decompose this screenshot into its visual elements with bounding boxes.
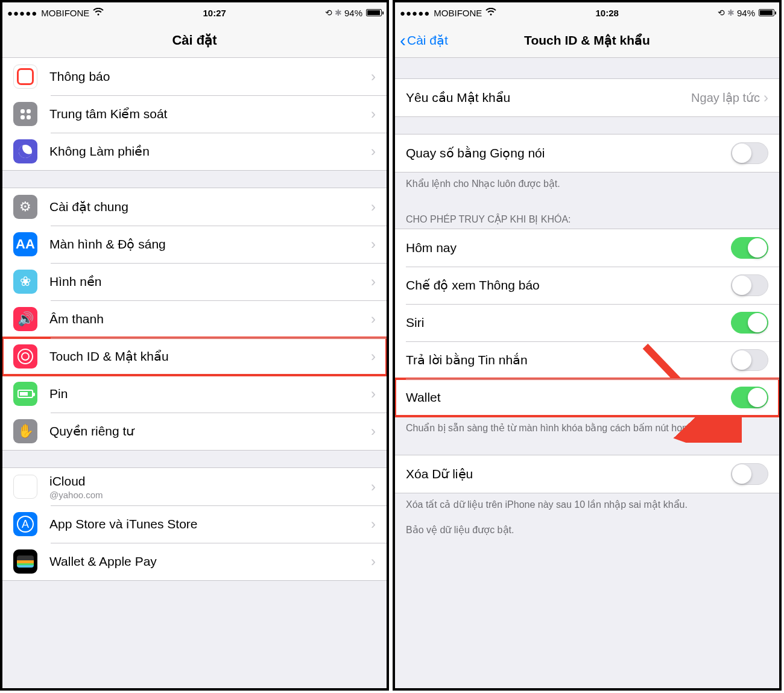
battery-percent: 94% <box>737 8 755 18</box>
icloud-icon: ☁ <box>13 475 37 499</box>
row-dnd[interactable]: Không Làm phiền › <box>2 133 387 170</box>
settings-group: ☁ iCloud @yahoo.com › A App Store và iTu… <box>2 467 387 581</box>
row-label: Âm thanh <box>49 312 371 326</box>
row-label: Wallet & Apple Pay <box>49 554 371 569</box>
status-bar: ●●●●● MOBIFONE 10:28 ⟲ ✱ 94% <box>395 2 779 23</box>
row-reply-message: Trả lời bằng Tin nhắn <box>395 341 779 379</box>
row-require-passcode[interactable]: Yêu cầu Mật khẩu Ngay lập tức › <box>395 79 779 116</box>
nav-bar: ‹ Cài đặt Touch ID & Mật khẩu <box>395 23 779 58</box>
control-center-icon <box>13 102 37 126</box>
row-wallet-applepay[interactable]: Wallet & Apple Pay › <box>2 543 387 580</box>
status-bar: ●●●●● MOBIFONE 10:27 ⟲ ✱ 94% <box>2 2 387 23</box>
settings-list[interactable]: Thông báo › Trung tâm Kiểm soát › Không … <box>2 58 387 688</box>
chevron-right-icon: › <box>371 553 376 570</box>
row-erase-data: Xóa Dữ liệu <box>395 455 779 493</box>
general-icon: ⚙ <box>13 195 37 219</box>
row-today: Hôm nay <box>395 229 779 267</box>
siri-toggle[interactable] <box>731 312 768 334</box>
touchid-icon <box>13 344 37 369</box>
signal-dots-icon: ●●●●● <box>7 8 37 18</box>
row-label: Không Làm phiền <box>49 144 371 159</box>
row-voice-dial: Quay số bằng Giọng nói <box>395 134 779 172</box>
display-icon: AA <box>13 232 37 256</box>
row-notifications[interactable]: Thông báo › <box>2 58 387 95</box>
row-label: Màn hình & Độ sáng <box>49 237 371 252</box>
row-label: Hôm nay <box>406 241 731 255</box>
dnd-icon <box>13 139 37 163</box>
group-footer: Chuẩn bị sẵn sàng thẻ từ màn hình khóa b… <box>395 417 779 438</box>
row-icloud[interactable]: ☁ iCloud @yahoo.com › <box>2 468 387 505</box>
row-general[interactable]: ⚙ Cài đặt chung › <box>2 188 387 226</box>
back-button[interactable]: ‹ Cài đặt <box>400 31 448 49</box>
erase-data-toggle[interactable] <box>731 463 768 485</box>
nav-bar: Cài đặt <box>2 23 387 58</box>
battery-icon <box>759 9 774 16</box>
row-label: Xóa Dữ liệu <box>406 467 731 481</box>
signal-dots-icon: ●●●●● <box>400 8 430 18</box>
row-label: Yêu cầu Mật khẩu <box>406 90 691 105</box>
row-wallet: Wallet <box>395 379 779 416</box>
chevron-right-icon: › <box>371 516 376 533</box>
row-label: Siri <box>406 315 731 330</box>
status-time: 10:27 <box>104 8 325 18</box>
row-label: Trả lời bằng Tin nhắn <box>406 353 731 367</box>
chevron-right-icon: › <box>371 273 376 290</box>
chevron-right-icon: › <box>371 478 376 495</box>
bluetooth-icon: ✱ <box>335 8 342 17</box>
row-label: Quay số bằng Giọng nói <box>406 146 731 160</box>
today-toggle[interactable] <box>731 237 768 259</box>
row-battery[interactable]: Pin › <box>2 375 387 413</box>
row-privacy[interactable]: ✋ Quyền riêng tư › <box>2 413 387 450</box>
nav-title: Touch ID & Mật khẩu <box>524 33 650 48</box>
group-footer: Xóa tất cả dữ liệu trên iPhone này sau 1… <box>395 493 779 515</box>
settings-group: Hôm nay Chế độ xem Thông báo Siri Trả lờ… <box>395 229 779 417</box>
bluetooth-icon: ✱ <box>727 8 735 17</box>
settings-group: Quay số bằng Giọng nói <box>395 134 779 172</box>
chevron-right-icon: › <box>371 348 376 365</box>
wifi-icon <box>93 8 104 18</box>
chevron-right-icon: › <box>371 106 376 122</box>
wallet-icon <box>13 549 37 574</box>
orientation-lock-icon: ⟲ <box>325 8 332 17</box>
row-label: Quyền riêng tư <box>49 424 371 438</box>
back-label: Cài đặt <box>407 33 448 48</box>
notifications-view-toggle[interactable] <box>731 274 768 296</box>
row-control-center[interactable]: Trung tâm Kiểm soát › <box>2 95 387 133</box>
chevron-right-icon: › <box>371 423 376 440</box>
row-label: Pin <box>49 387 371 401</box>
orientation-lock-icon: ⟲ <box>718 8 725 17</box>
row-label: Chế độ xem Thông báo <box>406 278 731 293</box>
chevron-right-icon: › <box>763 89 768 106</box>
row-label: Cài đặt chung <box>49 200 371 214</box>
row-notifications-view: Chế độ xem Thông báo <box>395 267 779 304</box>
battery-row-icon <box>13 382 37 406</box>
row-touchid-passcode[interactable]: Touch ID & Mật khẩu › <box>2 338 387 375</box>
chevron-right-icon: › <box>371 198 376 215</box>
chevron-left-icon: ‹ <box>400 31 406 49</box>
nav-title: Cài đặt <box>172 33 217 48</box>
chevron-right-icon: › <box>371 143 376 160</box>
group-footer: Bảo vệ dữ liệu được bật. <box>395 515 779 540</box>
wallpaper-icon: ❀ <box>13 270 37 294</box>
row-label: Touch ID & Mật khẩu <box>49 349 371 364</box>
row-label: Wallet <box>406 390 731 405</box>
row-label: App Store và iTunes Store <box>49 517 371 531</box>
status-time: 10:28 <box>496 8 718 18</box>
passcode-settings-list[interactable]: Yêu cầu Mật khẩu Ngay lập tức › Quay số … <box>395 58 779 688</box>
chevron-right-icon: › <box>371 311 376 328</box>
wallet-toggle[interactable] <box>731 387 768 408</box>
reply-message-toggle[interactable] <box>731 349 768 371</box>
settings-group: ⚙ Cài đặt chung › AA Màn hình & Độ sáng … <box>2 188 387 451</box>
settings-group: Thông báo › Trung tâm Kiểm soát › Không … <box>2 58 387 171</box>
voice-dial-toggle[interactable] <box>731 142 768 164</box>
chevron-right-icon: › <box>371 385 376 402</box>
carrier-label: MOBIFONE <box>41 8 89 18</box>
touchid-passcode-screen: ●●●●● MOBIFONE 10:28 ⟲ ✱ 94% ‹ Cài đặt T… <box>393 0 782 691</box>
group-header: CHO PHÉP TRUY CẬP KHI BỊ KHÓA: <box>395 209 779 229</box>
row-appstore[interactable]: A App Store và iTunes Store › <box>2 505 387 543</box>
chevron-right-icon: › <box>371 236 376 253</box>
row-sound[interactable]: 🔊 Âm thanh › <box>2 300 387 338</box>
privacy-icon: ✋ <box>13 419 37 443</box>
row-display[interactable]: AA Màn hình & Độ sáng › <box>2 226 387 263</box>
row-wallpaper[interactable]: ❀ Hình nền › <box>2 263 387 300</box>
